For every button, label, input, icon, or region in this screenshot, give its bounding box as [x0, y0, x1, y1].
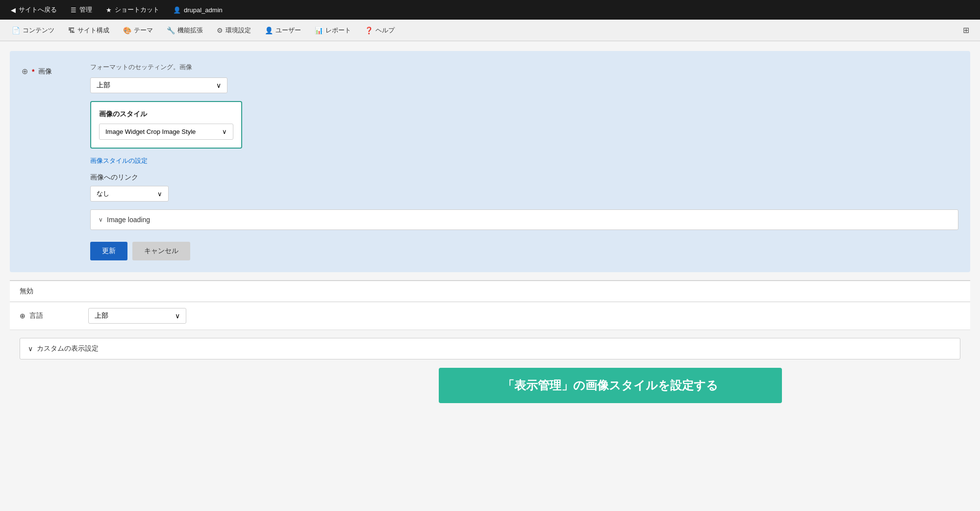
- contents-icon: 📄: [12, 26, 20, 34]
- theme-icon: 🎨: [123, 26, 131, 34]
- image-link-section: 画像へのリンク なし ∨: [90, 173, 958, 202]
- lang-label: 言語: [29, 311, 43, 320]
- users-icon: 👤: [265, 26, 273, 34]
- disabled-label: 無効: [20, 287, 78, 296]
- reports-icon: 📊: [315, 26, 323, 34]
- image-loading-label: Image loading: [107, 216, 150, 224]
- shortcuts-menu[interactable]: ★ ショートカット: [100, 2, 165, 17]
- custom-display-label: カスタムの表示設定: [37, 344, 99, 353]
- label-position-chevron: ∨: [216, 81, 221, 89]
- overlay-banner: 「表示管理」の画像スタイルを設定する: [439, 368, 782, 377]
- config-icon: ⚙: [217, 26, 223, 34]
- format-section: フォーマットのセッティング。画像 上部 ∨ 画像のスタイル Image Widg…: [90, 63, 958, 260]
- nav-help[interactable]: ❓ ヘルプ: [358, 22, 402, 39]
- field-row: ⊕ * 画像 フォーマットのセッティング。画像 上部 ∨ 画像のスタイル: [22, 63, 958, 260]
- image-style-select[interactable]: Image Widget Crop Image Style ∨: [99, 124, 233, 140]
- nav-extend[interactable]: 🔧 機能拡張: [160, 22, 210, 39]
- nav-reports[interactable]: 📊 レポート: [308, 22, 358, 39]
- disabled-row: 無効: [10, 281, 970, 302]
- site-structure-icon: 🏗: [68, 26, 75, 34]
- back-to-site[interactable]: ◀ サイトへ戻る: [5, 2, 63, 17]
- lang-position-select[interactable]: 上部 ∨: [88, 308, 186, 324]
- field-label-section: ⊕ * 画像: [22, 63, 80, 76]
- image-style-value: Image Widget Crop Image Style: [105, 128, 196, 135]
- star-icon: ★: [106, 6, 112, 14]
- lang-position-value: 上部: [95, 311, 108, 320]
- field-label: 画像: [38, 67, 52, 76]
- menu-icon: ☰: [71, 6, 76, 14]
- bottom-rows: 無効 ⊕ 言語 上部 ∨: [10, 280, 970, 330]
- image-style-box: 画像のスタイル Image Widget Crop Image Style ∨: [90, 101, 242, 149]
- nav-right-controls: ⊞: [957, 22, 975, 39]
- nav-users[interactable]: 👤 ユーザー: [258, 22, 308, 39]
- lang-drag-handle[interactable]: ⊕: [20, 312, 25, 320]
- user-menu[interactable]: 👤 drupal_admin: [167, 3, 228, 17]
- nav-menu: 📄 コンテンツ 🏗 サイト構成 🎨 テーマ 🔧 機能拡張 ⚙ 環境設定 👤 ユー…: [0, 20, 980, 41]
- button-row: 更新 キャンセル: [90, 242, 958, 260]
- image-loading-chevron: ∨: [99, 216, 103, 223]
- image-link-chevron: ∨: [157, 190, 162, 198]
- lang-label-section: ⊕ 言語: [20, 311, 78, 320]
- user-icon: 👤: [173, 6, 181, 14]
- manage-menu[interactable]: ☰ 管理: [65, 2, 98, 17]
- image-style-chevron: ∨: [222, 128, 227, 135]
- image-loading-header[interactable]: ∨ Image loading: [91, 210, 958, 230]
- drag-handle[interactable]: ⊕: [22, 67, 28, 76]
- image-link-select[interactable]: なし ∨: [90, 186, 169, 202]
- nav-config[interactable]: ⚙ 環境設定: [210, 22, 258, 39]
- required-star: *: [32, 68, 34, 76]
- nav-theme[interactable]: 🎨 テーマ: [116, 22, 160, 39]
- custom-display-chevron: ∨: [28, 345, 33, 353]
- lang-position-chevron: ∨: [175, 312, 180, 320]
- nav-site-structure[interactable]: 🏗 サイト構成: [61, 22, 116, 39]
- lang-row: ⊕ 言語 上部 ∨: [10, 302, 970, 330]
- main-content: ⊕ * 画像 フォーマットのセッティング。画像 上部 ∨ 画像のスタイル: [0, 41, 980, 377]
- back-icon: ◀: [11, 6, 16, 14]
- nav-right-icon[interactable]: ⊞: [957, 22, 975, 39]
- label-position-wrapper: 上部 ∨: [90, 77, 958, 93]
- admin-bar: ◀ サイトへ戻る ☰ 管理 ★ ショートカット 👤 drupal_admin: [0, 0, 980, 20]
- help-icon: ❓: [365, 26, 373, 34]
- custom-display-accordion: ∨ カスタムの表示設定: [20, 338, 960, 359]
- cancel-button[interactable]: キャンセル: [132, 242, 190, 260]
- image-link-value: なし: [97, 189, 109, 198]
- extend-icon: 🔧: [167, 26, 175, 34]
- image-style-label: 画像のスタイル: [99, 110, 233, 119]
- image-link-label: 画像へのリンク: [90, 173, 958, 182]
- custom-display-header[interactable]: ∨ カスタムの表示設定: [20, 338, 960, 359]
- nav-contents[interactable]: 📄 コンテンツ: [5, 22, 61, 39]
- update-button[interactable]: 更新: [90, 242, 127, 260]
- format-header: フォーマットのセッティング。画像: [90, 63, 958, 72]
- field-panel: ⊕ * 画像 フォーマットのセッティング。画像 上部 ∨ 画像のスタイル: [10, 51, 970, 272]
- image-loading-accordion: ∨ Image loading: [90, 209, 958, 230]
- label-position-select[interactable]: 上部 ∨: [90, 77, 227, 93]
- style-settings-link[interactable]: 画像スタイルの設定: [90, 156, 958, 165]
- label-position-value: 上部: [97, 81, 110, 90]
